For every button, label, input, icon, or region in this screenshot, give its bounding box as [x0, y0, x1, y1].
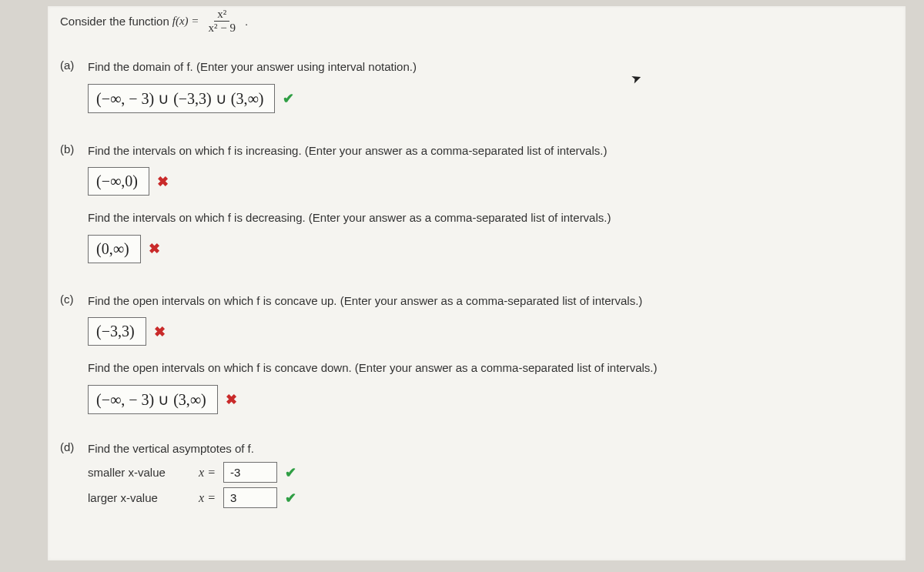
fraction-numerator: x²: [214, 8, 229, 22]
part-b-answer1-input[interactable]: (−∞,0): [88, 167, 149, 196]
part-a-answer-input[interactable]: (−∞, − 3) ∪ (−3,3) ∪ (3,∞): [88, 84, 275, 113]
intro-prefix: Consider the function: [60, 15, 169, 28]
part-c-label: (c): [60, 293, 80, 306]
smaller-x-label: smaller x-value: [88, 466, 180, 479]
x-icon: ✖: [226, 391, 237, 408]
check-icon: ✔: [285, 464, 296, 481]
part-b-prompt1: Find the intervals on which f is increas…: [88, 142, 884, 160]
intro-period: .: [245, 15, 248, 28]
part-a-prompt: Find the domain of f. (Enter your answer…: [88, 59, 884, 76]
part-c-answer1-input[interactable]: (−3,3): [88, 317, 146, 346]
x-icon: ✖: [157, 173, 169, 190]
larger-x-label: larger x-value: [88, 491, 180, 504]
worksheet-page: Consider the function f(x) = x² x² − 9 .…: [48, 6, 906, 560]
x-icon: ✖: [149, 240, 160, 257]
part-c-prompt2: Find the open intervals on which f is co…: [88, 360, 884, 377]
part-c-prompt1: Find the open intervals on which f is co…: [88, 293, 884, 310]
part-b-answer2-input[interactable]: (0,∞): [88, 235, 141, 263]
part-b-label: (b): [60, 142, 80, 156]
check-icon: ✔: [285, 490, 296, 507]
intro-fraction: x² x² − 9: [205, 8, 238, 34]
check-icon: ✔: [283, 90, 294, 107]
fraction-denominator: x² − 9: [205, 22, 238, 35]
x-equals-label: x =: [188, 491, 216, 505]
part-c-answer2-input[interactable]: (−∞, − 3) ∪ (3,∞): [88, 385, 218, 414]
intro-line: Consider the function f(x) = x² x² − 9 .: [57, 6, 884, 45]
x-icon: ✖: [154, 323, 166, 340]
intro-func-lhs: f(x) =: [172, 15, 199, 28]
x-equals-label: x =: [188, 466, 216, 480]
part-d-label: (d): [60, 440, 80, 453]
part-b-prompt2: Find the intervals on which f is decreas…: [88, 209, 884, 227]
part-b: (b) Find the intervals on which f is inc…: [60, 142, 884, 263]
part-d-prompt: Find the vertical asymptotes of f.: [88, 440, 884, 458]
part-c: (c) Find the open intervals on which f i…: [60, 293, 884, 414]
larger-x-input[interactable]: 3: [223, 487, 277, 508]
part-d: (d) Find the vertical asymptotes of f. s…: [60, 440, 884, 509]
part-a: (a) Find the domain of f. (Enter your an…: [60, 59, 884, 113]
smaller-x-input[interactable]: -3: [223, 462, 277, 483]
part-a-label: (a): [60, 59, 80, 72]
